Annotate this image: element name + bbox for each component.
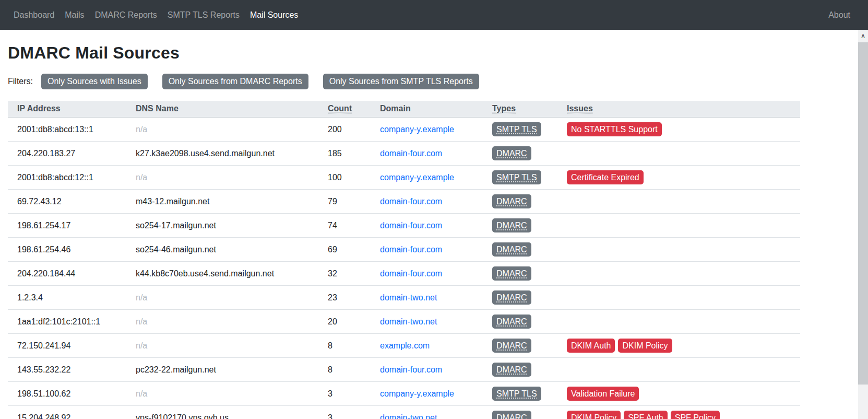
sort-link-types[interactable]: Types bbox=[492, 104, 516, 113]
table-row: 198.61.254.17so254-17.mailgun.net74domai… bbox=[8, 214, 800, 238]
type-badge-smtp-tls: SMTP TLS bbox=[492, 387, 541, 401]
type-badge-label: DMARC bbox=[496, 293, 527, 302]
dns-name-cell: k27.k3ae2098.use4.send.mailgun.net bbox=[126, 142, 318, 166]
ip-address-cell: 69.72.43.12 bbox=[8, 190, 126, 214]
table-row: 198.51.100.62n/a3company-y.exampleSMTP T… bbox=[8, 382, 800, 406]
types-cell: DMARC bbox=[483, 310, 557, 334]
domain-cell: domain-four.com bbox=[371, 238, 483, 262]
domain-link[interactable]: domain-four.com bbox=[380, 245, 442, 254]
count-cell: 32 bbox=[318, 262, 371, 286]
domain-link[interactable]: domain-four.com bbox=[380, 149, 442, 158]
ip-address-cell: 204.220.184.44 bbox=[8, 262, 126, 286]
table-row: 143.55.232.22pc232-22.mailgun.net8domain… bbox=[8, 358, 800, 382]
filter-button-only-sources-from-smtp-tls-reports[interactable]: Only Sources from SMTP TLS Reports bbox=[323, 74, 479, 89]
domain-cell: domain-four.com bbox=[371, 358, 483, 382]
domain-link[interactable]: domain-four.com bbox=[380, 365, 442, 374]
ip-address-cell: 204.220.183.27 bbox=[8, 142, 126, 166]
filters-label: Filters: bbox=[8, 77, 33, 86]
issues-cell bbox=[557, 142, 800, 166]
scrollbar-thumb[interactable] bbox=[858, 42, 868, 385]
types-cell: SMTP TLS bbox=[483, 382, 557, 406]
count-cell: 20 bbox=[318, 310, 371, 334]
column-header-domain: Domain bbox=[371, 101, 483, 118]
vertical-scrollbar[interactable]: ∧ bbox=[858, 30, 868, 419]
ip-address-cell: 1aa1:df2:101c:2101::1 bbox=[8, 310, 126, 334]
count-cell: 8 bbox=[318, 334, 371, 358]
type-badge-smtp-tls: SMTP TLS bbox=[492, 170, 541, 184]
ip-address-cell: 15.204.248.92 bbox=[8, 406, 126, 419]
ip-address-cell: 198.61.254.46 bbox=[8, 238, 126, 262]
filter-button-only-sources-from-dmarc-reports[interactable]: Only Sources from DMARC Reports bbox=[162, 74, 308, 89]
dns-name-cell: m43-12.mailgun.net bbox=[126, 190, 318, 214]
dns-name-cell: so254-46.mailgun.net bbox=[126, 238, 318, 262]
issue-badge-no-starttls-support: No STARTTLS Support bbox=[567, 122, 662, 136]
type-badge-label: DMARC bbox=[496, 317, 527, 326]
type-badge-label: DMARC bbox=[496, 269, 527, 278]
count-cell: 23 bbox=[318, 286, 371, 310]
type-badge-label: DMARC bbox=[496, 413, 527, 419]
domain-link[interactable]: example.com bbox=[380, 341, 430, 350]
types-cell: DMARC bbox=[483, 190, 557, 214]
dns-name-cell: n/a bbox=[126, 118, 318, 142]
dns-name-cell: n/a bbox=[126, 382, 318, 406]
types-cell: DMARC bbox=[483, 214, 557, 238]
domain-link[interactable]: domain-four.com bbox=[380, 221, 442, 230]
dns-name-cell: n/a bbox=[126, 286, 318, 310]
nav-item-dmarc-reports[interactable]: DMARC Reports bbox=[90, 6, 162, 24]
page-title: DMARC Mail Sources bbox=[8, 43, 860, 63]
domain-link[interactable]: domain-two.net bbox=[380, 293, 437, 302]
type-badge-label: DMARC bbox=[496, 341, 527, 350]
domain-link[interactable]: domain-four.com bbox=[380, 269, 442, 278]
issues-cell bbox=[557, 262, 800, 286]
table-row: 204.220.184.44k44.kb8c70eb.use4.send.mai… bbox=[8, 262, 800, 286]
domain-cell: company-y.example bbox=[371, 166, 483, 190]
table-row: 72.150.241.94n/a8example.comDMARCDKIM Au… bbox=[8, 334, 800, 358]
ip-address-cell: 198.51.100.62 bbox=[8, 382, 126, 406]
sort-link-count[interactable]: Count bbox=[328, 104, 352, 113]
table-row: 2001:db8:abcd:13::1n/a200company-y.examp… bbox=[8, 118, 800, 142]
sort-link-issues[interactable]: Issues bbox=[567, 104, 593, 113]
table-row: 69.72.43.12m43-12.mailgun.net79domain-fo… bbox=[8, 190, 800, 214]
count-cell: 185 bbox=[318, 142, 371, 166]
table-row: 1aa1:df2:101c:2101::1n/a20domain-two.net… bbox=[8, 310, 800, 334]
nav-item-smtp-tls-reports[interactable]: SMTP TLS Reports bbox=[162, 6, 245, 24]
domain-link[interactable]: domain-four.com bbox=[380, 197, 442, 206]
ip-address-cell: 2001:db8:abcd:12::1 bbox=[8, 166, 126, 190]
scroll-up-button[interactable]: ∧ bbox=[858, 30, 868, 42]
count-cell: 8 bbox=[318, 358, 371, 382]
nav-item-dashboard[interactable]: Dashboard bbox=[8, 6, 60, 24]
domain-link[interactable]: domain-two.net bbox=[380, 413, 437, 419]
type-badge-label: DMARC bbox=[496, 365, 527, 374]
type-badge-dmarc: DMARC bbox=[492, 242, 531, 257]
domain-link[interactable]: company-y.example bbox=[380, 389, 454, 398]
dns-name-cell: n/a bbox=[126, 166, 318, 190]
domain-link[interactable]: domain-two.net bbox=[380, 317, 437, 326]
filter-button-only-sources-with-issues[interactable]: Only Sources with Issues bbox=[41, 74, 148, 89]
issue-badge-dkim-policy: DKIM Policy bbox=[618, 339, 672, 353]
type-badge-dmarc: DMARC bbox=[492, 363, 531, 377]
type-badge-dmarc: DMARC bbox=[492, 411, 531, 419]
ip-address-cell: 198.61.254.17 bbox=[8, 214, 126, 238]
domain-link[interactable]: company-y.example bbox=[380, 125, 454, 134]
type-badge-label: SMTP TLS bbox=[496, 173, 537, 182]
type-badge-label: SMTP TLS bbox=[496, 125, 537, 134]
type-badge-dmarc: DMARC bbox=[492, 218, 531, 232]
domain-link[interactable]: company-y.example bbox=[380, 173, 454, 182]
type-badge-dmarc: DMARC bbox=[492, 339, 531, 353]
domain-cell: domain-two.net bbox=[371, 406, 483, 419]
dns-name-cell: n/a bbox=[126, 310, 318, 334]
nav-item-about[interactable]: About bbox=[823, 6, 855, 24]
nav-item-mail-sources[interactable]: Mail Sources bbox=[245, 6, 303, 24]
issue-badge-certificate-expired: Certificate Expired bbox=[567, 170, 644, 184]
issue-badge-spf-auth: SPF Auth bbox=[624, 411, 668, 419]
table-row: 2001:db8:abcd:12::1n/a100company-y.examp… bbox=[8, 166, 800, 190]
dns-name-cell: pc232-22.mailgun.net bbox=[126, 358, 318, 382]
issue-badge-validation-failure: Validation Failure bbox=[567, 387, 639, 401]
nav-item-mails[interactable]: Mails bbox=[60, 6, 89, 24]
count-cell: 3 bbox=[318, 382, 371, 406]
issues-cell: Certificate Expired bbox=[557, 166, 800, 190]
table-row: 198.61.254.46so254-46.mailgun.net69domai… bbox=[8, 238, 800, 262]
issues-cell: DKIM PolicySPF AuthSPF Policy bbox=[557, 406, 800, 419]
column-header-dns-name: DNS Name bbox=[126, 101, 318, 118]
issues-cell bbox=[557, 310, 800, 334]
